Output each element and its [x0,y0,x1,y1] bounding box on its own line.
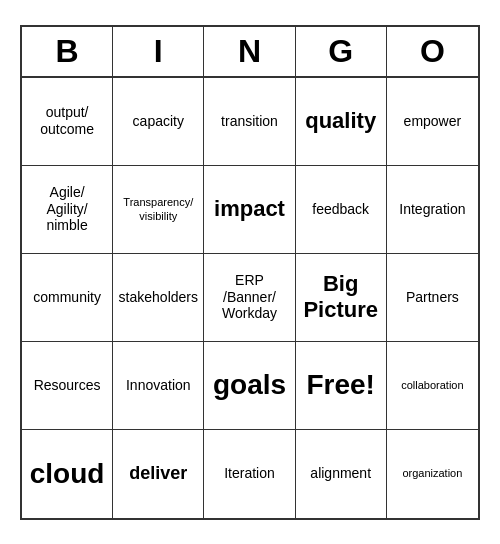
cell-text-10: community [33,289,101,306]
bingo-cell-5[interactable]: Agile/ Agility/ nimble [22,166,113,254]
bingo-cell-9[interactable]: Integration [387,166,478,254]
bingo-cell-18[interactable]: Free! [296,342,387,430]
bingo-card: BINGO output/ outcomecapacitytransitionq… [20,25,480,520]
bingo-cell-10[interactable]: community [22,254,113,342]
bingo-cell-1[interactable]: capacity [113,78,204,166]
cell-text-6: Transparency/ visibility [123,195,193,224]
bingo-cell-11[interactable]: stakeholders [113,254,204,342]
cell-text-11: stakeholders [119,289,198,306]
cell-text-13: Big Picture [303,271,378,324]
cell-text-0: output/ outcome [40,104,94,138]
bingo-cell-4[interactable]: empower [387,78,478,166]
cell-text-8: feedback [312,201,369,218]
cell-text-12: ERP /Banner/ Workday [222,272,277,322]
cell-text-17: goals [213,368,286,402]
bingo-cell-23[interactable]: alignment [296,430,387,518]
cell-text-1: capacity [133,113,184,130]
bingo-cell-15[interactable]: Resources [22,342,113,430]
bingo-cell-22[interactable]: Iteration [204,430,295,518]
cell-text-18: Free! [306,368,374,402]
cell-text-15: Resources [34,377,101,394]
cell-text-5: Agile/ Agility/ nimble [46,184,87,234]
cell-text-7: impact [214,196,285,222]
cell-text-23: alignment [310,465,371,482]
cell-text-19: collaboration [401,378,463,392]
bingo-cell-20[interactable]: cloud [22,430,113,518]
cell-text-22: Iteration [224,465,275,482]
bingo-cell-14[interactable]: Partners [387,254,478,342]
cell-text-20: cloud [30,457,105,491]
bingo-cell-24[interactable]: organization [387,430,478,518]
cell-text-21: deliver [129,463,187,485]
cell-text-9: Integration [399,201,465,218]
bingo-header: BINGO [22,27,478,78]
bingo-cell-13[interactable]: Big Picture [296,254,387,342]
header-letter-b: B [22,27,113,76]
cell-text-16: Innovation [126,377,191,394]
cell-text-14: Partners [406,289,459,306]
bingo-cell-3[interactable]: quality [296,78,387,166]
header-letter-g: G [296,27,387,76]
header-letter-i: I [113,27,204,76]
cell-text-4: empower [404,113,462,130]
bingo-cell-17[interactable]: goals [204,342,295,430]
bingo-cell-12[interactable]: ERP /Banner/ Workday [204,254,295,342]
cell-text-2: transition [221,113,278,130]
bingo-cell-6[interactable]: Transparency/ visibility [113,166,204,254]
bingo-cell-8[interactable]: feedback [296,166,387,254]
bingo-cell-2[interactable]: transition [204,78,295,166]
bingo-cell-16[interactable]: Innovation [113,342,204,430]
header-letter-o: O [387,27,478,76]
header-letter-n: N [204,27,295,76]
bingo-grid: output/ outcomecapacitytransitionquality… [22,78,478,518]
bingo-cell-19[interactable]: collaboration [387,342,478,430]
cell-text-24: organization [402,466,462,480]
bingo-cell-7[interactable]: impact [204,166,295,254]
cell-text-3: quality [305,108,376,134]
bingo-cell-21[interactable]: deliver [113,430,204,518]
bingo-cell-0[interactable]: output/ outcome [22,78,113,166]
